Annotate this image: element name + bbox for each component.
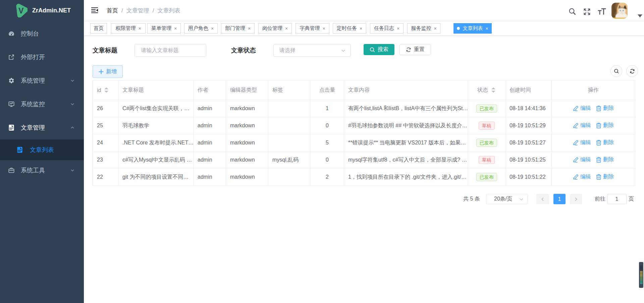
svg-text:V: V (18, 6, 24, 15)
